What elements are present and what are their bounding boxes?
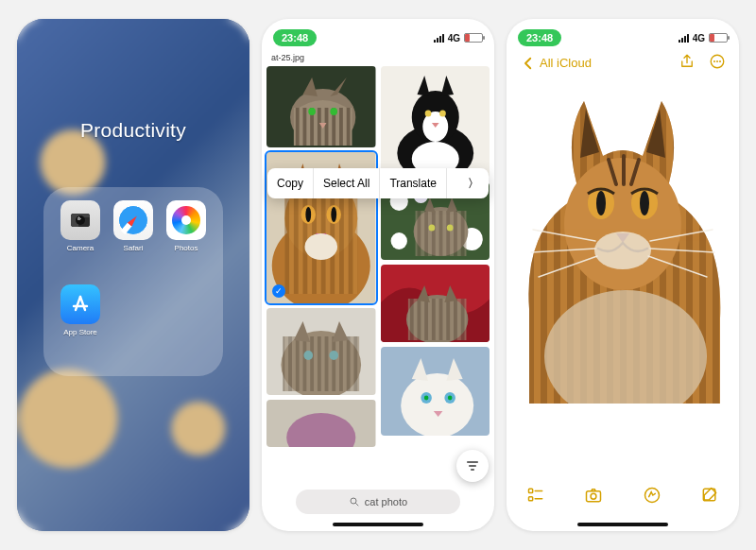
share-button[interactable] xyxy=(679,53,696,73)
svg-rect-20 xyxy=(283,336,359,391)
search-text: cat photo xyxy=(365,496,407,507)
more-icon xyxy=(709,53,726,70)
selection-check-icon xyxy=(272,284,285,298)
notes-screen: 23:48 4G All iCloud xyxy=(507,19,739,531)
filter-button[interactable] xyxy=(456,450,489,482)
svg-point-17 xyxy=(304,233,337,260)
svg-point-62 xyxy=(596,191,606,215)
image-thumb[interactable] xyxy=(266,308,376,395)
home-folder-screen: Productivity Camera Safari Photos App St… xyxy=(17,19,249,531)
svg-point-63 xyxy=(640,191,649,215)
photos-icon xyxy=(166,200,206,240)
app-photos[interactable]: Photos xyxy=(163,200,210,279)
svg-point-49 xyxy=(447,396,452,401)
menu-translate[interactable]: Translate xyxy=(380,168,447,198)
svg-point-40 xyxy=(446,225,453,232)
svg-point-36 xyxy=(390,232,406,249)
image-search-screen: 23:48 4G at-25.jpg xyxy=(262,19,494,531)
safari-icon xyxy=(113,200,153,240)
svg-point-22 xyxy=(329,351,338,360)
svg-point-53 xyxy=(713,60,715,62)
svg-point-64 xyxy=(594,232,651,269)
app-safari[interactable]: Safari xyxy=(110,200,157,279)
svg-point-68 xyxy=(591,493,596,499)
draw-icon xyxy=(643,486,662,505)
menu-copy[interactable]: Copy xyxy=(267,168,314,198)
image-thumb[interactable] xyxy=(381,66,490,178)
svg-line-51 xyxy=(355,504,358,507)
signal-icon xyxy=(434,34,444,43)
share-icon xyxy=(679,53,696,70)
svg-point-39 xyxy=(428,225,435,232)
app-label: Camera xyxy=(67,244,94,252)
search-bar[interactable]: cat photo xyxy=(296,490,460,514)
filename-label: at-25.jpg xyxy=(262,51,494,66)
battery-icon xyxy=(709,33,728,43)
svg-point-30 xyxy=(424,111,431,117)
menu-more-icon[interactable]: 〉 xyxy=(458,168,489,198)
svg-point-15 xyxy=(305,207,311,222)
chevron-left-icon xyxy=(520,55,537,72)
svg-rect-66 xyxy=(528,497,532,501)
app-label: Photos xyxy=(175,244,198,252)
back-label: All iCloud xyxy=(540,56,592,70)
home-indicator[interactable] xyxy=(577,523,668,526)
svg-point-55 xyxy=(719,60,721,62)
context-menu: Copy Select All Translate 〉 xyxy=(267,168,489,198)
svg-point-5 xyxy=(308,108,316,115)
svg-point-21 xyxy=(303,351,313,360)
draw-button[interactable] xyxy=(643,486,662,508)
search-icon xyxy=(349,496,360,507)
image-thumb[interactable] xyxy=(381,265,490,342)
camera-icon xyxy=(584,486,603,505)
notes-toolbar xyxy=(507,480,739,514)
image-thumb[interactable] xyxy=(266,400,376,447)
svg-rect-67 xyxy=(587,491,601,502)
svg-point-6 xyxy=(330,108,337,115)
svg-rect-43 xyxy=(407,299,466,340)
image-thumb[interactable] xyxy=(381,347,490,436)
compose-button[interactable] xyxy=(700,486,719,508)
camera-icon xyxy=(60,200,100,240)
menu-select-all[interactable]: Select All xyxy=(314,168,380,198)
checklist-button[interactable] xyxy=(526,486,545,508)
battery-icon xyxy=(464,33,483,43)
status-bar: 23:48 4G xyxy=(507,19,739,51)
checklist-icon xyxy=(526,486,545,505)
back-button[interactable]: All iCloud xyxy=(520,55,592,72)
svg-point-50 xyxy=(351,498,356,504)
subject-cutout-image[interactable] xyxy=(514,82,731,404)
camera-button[interactable] xyxy=(584,486,603,508)
status-time-pill[interactable]: 23:48 xyxy=(518,29,561,46)
notes-nav: All iCloud xyxy=(507,51,739,78)
app-label: App Store xyxy=(63,328,97,336)
compose-icon xyxy=(700,486,719,505)
svg-point-45 xyxy=(401,373,473,436)
more-button[interactable] xyxy=(709,53,726,73)
home-indicator[interactable] xyxy=(333,523,423,526)
signal-icon xyxy=(679,34,689,43)
status-time-pill[interactable]: 23:48 xyxy=(273,29,317,46)
svg-rect-38 xyxy=(415,211,466,256)
cell-label: 4G xyxy=(693,33,705,43)
status-bar: 23:48 4G xyxy=(262,19,494,51)
svg-rect-65 xyxy=(528,489,532,492)
app-folder[interactable]: Camera Safari Photos App Store xyxy=(43,187,223,376)
svg-point-31 xyxy=(439,111,446,117)
svg-point-16 xyxy=(331,207,336,222)
folder-title: Productivity xyxy=(17,119,249,142)
svg-point-54 xyxy=(716,60,718,62)
svg-point-48 xyxy=(423,396,428,401)
app-camera[interactable]: Camera xyxy=(57,200,104,279)
app-label: Safari xyxy=(124,244,144,252)
image-grid xyxy=(262,66,494,447)
cell-label: 4G xyxy=(448,33,460,43)
appstore-icon xyxy=(60,284,100,324)
image-thumb[interactable] xyxy=(266,66,376,147)
app-appstore[interactable]: App Store xyxy=(57,284,104,363)
